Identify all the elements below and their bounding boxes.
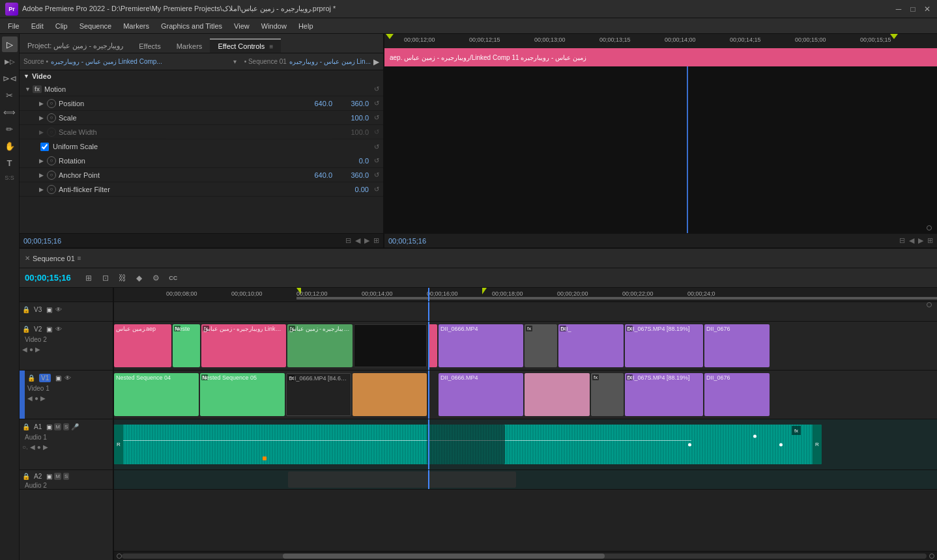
v1-clip-3[interactable]: fx DII_0666.MP4 [84.62%] — [286, 373, 351, 416]
a2-film-icon[interactable]: ▣ — [46, 473, 52, 480]
ec-content[interactable]: ▼ Video ▼ fx Motion ↺ ▶ ○ Position — [20, 70, 383, 233]
hand-tool[interactable]: ✋ — [2, 138, 18, 154]
menu-clip[interactable]: Clip — [50, 21, 73, 31]
v1-ctrl-2[interactable]: ● — [35, 395, 38, 402]
anti-flicker-row[interactable]: ▶ ○ Anti-flicker Filter 0.00 ↺ — [20, 182, 383, 197]
v2-film-icon[interactable]: ▣ — [46, 326, 52, 333]
seq-menu-btn[interactable]: ≡ — [78, 255, 81, 262]
ripple-edit-tool[interactable]: ⊳⊲ — [2, 70, 18, 86]
rotation-reset-btn[interactable]: ↺ — [369, 157, 379, 164]
settings-btn[interactable]: ⚙ — [149, 271, 164, 285]
expand-icon[interactable]: ⊞ — [927, 236, 933, 245]
menu-graphics[interactable]: Graphics and Titles — [156, 21, 227, 31]
a1-ctrl-2[interactable]: ● — [37, 443, 41, 451]
minimize-button[interactable]: ─ — [894, 5, 903, 14]
anti-flicker-reset-btn[interactable]: ↺ — [369, 186, 379, 193]
v1-clip-1[interactable]: Nested Sequence 04 — [114, 373, 199, 416]
tab-markers[interactable]: Markers — [169, 39, 210, 53]
maximize-button[interactable]: □ — [908, 5, 917, 14]
v2-clip-3[interactable]: fx رویبارجیره - زمین عباس Linked C — [201, 324, 286, 367]
anchor-point-row[interactable]: ▶ ○ Anchor Point 640.0 360.0 ↺ — [20, 168, 383, 182]
position-x-value[interactable]: 640.0 — [300, 100, 332, 107]
filter-icon-2[interactable]: ⊟ — [899, 236, 905, 245]
v1-clip-2[interactable]: fx Nested Sequence 05 — [200, 373, 285, 416]
uniform-scale-reset-btn[interactable]: ↺ — [369, 143, 379, 150]
a1-m-btn[interactable]: M — [54, 423, 61, 430]
flyout-icon[interactable]: ⊞ — [373, 236, 379, 245]
a2-lock-icon[interactable]: 🔒 — [22, 473, 30, 480]
motion-reset-btn[interactable]: ↺ — [369, 85, 379, 92]
add-marker-btn[interactable]: ◆ — [132, 271, 147, 285]
v3-eye-icon[interactable]: 👁 — [55, 306, 62, 313]
v2-ctrl-2[interactable]: ● — [29, 346, 33, 353]
v3-film-icon[interactable]: ▣ — [46, 306, 52, 313]
v2-clip-4a[interactable]: fx رویبارجیره - زمین عباس Linked C — [287, 324, 353, 367]
scale-row[interactable]: ▶ ○ Scale 100.0 ↺ — [20, 111, 383, 125]
slip-tool[interactable]: ⟺ — [2, 104, 18, 120]
anti-flicker-expand[interactable]: ▶ — [39, 186, 47, 193]
a2-m-btn[interactable]: M — [54, 473, 61, 480]
menu-file[interactable]: File — [3, 21, 25, 31]
uniform-scale-checkbox[interactable] — [40, 143, 49, 151]
scroll-track[interactable] — [122, 553, 927, 559]
panel-menu-icon[interactable]: ≡ — [269, 43, 273, 50]
v1-lock-icon[interactable]: 🔒 — [27, 374, 35, 382]
nav-next-icon[interactable]: ▶ — [918, 236, 923, 245]
track-select-tool[interactable]: ▶▷ — [2, 53, 18, 69]
motion-expand-icon[interactable]: ▼ — [25, 86, 33, 92]
v2-clip-9[interactable]: DII_0676 — [704, 324, 770, 367]
v2-clip-6[interactable]: fx — [525, 324, 557, 367]
a1-film-icon[interactable]: ▣ — [46, 423, 52, 430]
scale-width-reset-btn[interactable]: ↺ — [369, 128, 379, 135]
v2-clip-8[interactable]: fx DII_067S.MP4 [88.19%] — [625, 324, 703, 367]
razor-tool[interactable]: ✂ — [2, 87, 18, 103]
timeline-timecode[interactable]: 00;00;15;16 — [25, 273, 71, 283]
anchor-expand[interactable]: ▶ — [39, 172, 47, 178]
position-reset-btn[interactable]: ↺ — [369, 100, 379, 107]
anti-flicker-value[interactable]: 0.00 — [336, 186, 369, 193]
link-btn[interactable]: ⛓ — [115, 271, 130, 285]
v1-clip-6[interactable] — [525, 373, 590, 416]
rotation-value[interactable]: 0.0 — [336, 157, 369, 165]
v1-clip-8[interactable]: fx DII_067S.MP4 [88.19%] — [625, 373, 703, 416]
source-value[interactable]: زمین عباس - رویبارجیره Linked Comp... — [51, 58, 231, 65]
v1-clip-4[interactable] — [353, 373, 427, 416]
scale-width-row[interactable]: ▶ ○ Scale Width 100.0 ↺ — [20, 125, 383, 139]
tab-project[interactable]: Project: رویبارجیره - زمین عباس — [20, 38, 131, 53]
a1-ctrl-1[interactable]: ◀ — [30, 443, 35, 451]
rotation-expand[interactable]: ▶ — [39, 158, 47, 164]
text-tool[interactable]: T — [2, 155, 18, 171]
v2-eye-icon[interactable]: 👁 — [55, 326, 62, 333]
scroll-thumb[interactable] — [283, 553, 605, 559]
close-button[interactable]: ✕ — [923, 5, 932, 14]
scale-width-value[interactable]: 100.0 — [336, 128, 369, 136]
menu-view[interactable]: View — [229, 21, 255, 31]
v2-lock-icon[interactable]: 🔒 — [22, 326, 30, 333]
scale-width-expand[interactable]: ▶ — [39, 129, 47, 135]
captions-btn[interactable]: CC — [166, 271, 180, 285]
scale-value[interactable]: 100.0 — [336, 114, 369, 122]
v1-clip-5[interactable]: DII_0666.MP4 — [439, 373, 523, 416]
menu-sequence[interactable]: Sequence — [74, 21, 117, 31]
sequence-tab[interactable]: ✕ Sequence 01 ≡ — [25, 255, 81, 262]
rotation-row[interactable]: ▶ ○ Rotation 0.0 ↺ — [20, 154, 383, 168]
selection-tool[interactable]: ▷ — [2, 36, 18, 52]
filter-icon[interactable]: ⊟ — [345, 236, 351, 245]
v1-clip-9[interactable]: DII_0676 — [704, 373, 770, 416]
v1-ctrl-3[interactable]: ▶ — [40, 395, 46, 402]
tab-effect-controls[interactable]: Effect Controls ≡ — [210, 38, 281, 53]
a1-ctrl-3[interactable]: ▶ — [43, 443, 48, 451]
v2-clip-5[interactable]: DII_0666.MP4 — [439, 324, 523, 367]
ripple-delete-btn[interactable]: ⊞ — [81, 271, 96, 285]
nav-prev-icon[interactable]: ◀ — [909, 236, 914, 245]
menu-markers[interactable]: Markers — [118, 21, 154, 31]
a1-s-btn[interactable]: S — [63, 423, 69, 430]
v2-ctrl-1[interactable]: ◀ — [22, 346, 27, 353]
position-row[interactable]: ▶ ○ Position 640.0 360.0 ↺ — [20, 96, 383, 111]
menu-help[interactable]: Help — [293, 21, 319, 31]
prev-frame-icon[interactable]: ◀ — [355, 236, 360, 245]
v1-eye-icon[interactable]: 👁 — [65, 374, 71, 382]
menu-edit[interactable]: Edit — [26, 21, 49, 31]
uniform-scale-row[interactable]: Uniform Scale ↺ — [20, 139, 383, 154]
scale-reset-btn[interactable]: ↺ — [369, 114, 379, 121]
